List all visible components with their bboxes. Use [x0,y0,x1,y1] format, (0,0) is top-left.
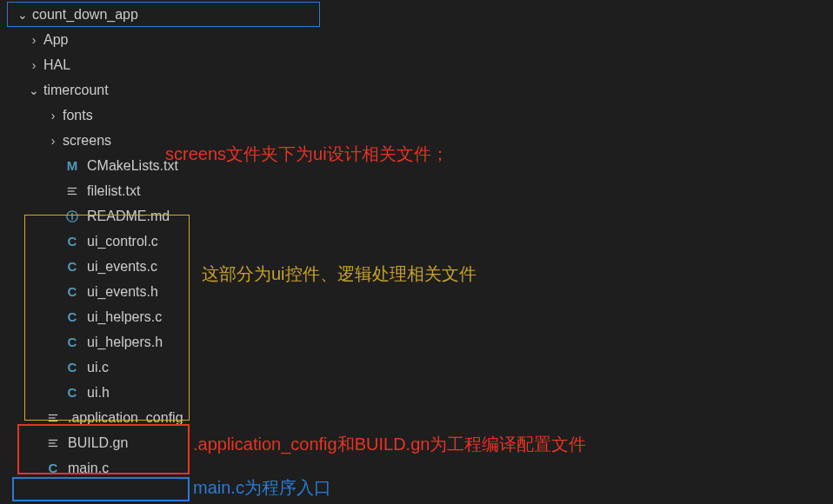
c-file-icon: C [63,309,82,324]
c-file-icon: C [63,385,82,400]
tree-folder-root[interactable]: ⌄ count_down_app [7,2,320,27]
chevron-right-icon: › [26,33,42,47]
tree-file[interactable]: README.md [0,203,833,229]
tree-folder[interactable]: ›App [0,27,833,52]
annotation-ui-controls: 这部分为ui控件、逻辑处理相关文件 [202,262,476,286]
cmake-file-icon: M [63,158,82,173]
tree-folder[interactable]: ›fonts [0,103,833,128]
annotation-screens: screens文件夹下为ui设计相关文件； [165,143,449,166]
tree-file[interactable]: Cmain.c [0,455,833,481]
tree-file[interactable]: filelist.txt [0,178,833,203]
tree-file[interactable]: Cui.h [0,380,833,405]
tree-file[interactable]: Cui_helpers.h [0,329,833,355]
chevron-right-icon: › [45,109,61,123]
tree-item-label: ui_control.c [87,234,158,249]
tree-item-label: filelist.txt [87,183,140,199]
annotation-config: .application_config和BUILD.gn为工程编译配置文件 [193,433,586,456]
tree-item-label: screens [63,133,111,149]
info-icon [63,209,82,223]
tree-item-label: .application_config [68,410,183,426]
tree-item-label: ui_events.c [87,259,157,275]
tree-item-label: ui.c [87,360,109,375]
chevron-right-icon: › [26,58,42,72]
tree-item-label: README.md [87,209,170,224]
c-file-icon: C [63,234,82,249]
chevron-right-icon: › [45,134,61,148]
chevron-down-icon: ⌄ [15,8,30,22]
file-tree: ⌄ count_down_app ›App›HAL⌄timercount›fon… [0,0,833,481]
tree-item-label: main.c [68,461,109,476]
tree-file[interactable]: .application_config [0,405,833,430]
chevron-down-icon: ⌄ [26,83,42,97]
tree-folder[interactable]: ⌄timercount [0,77,833,103]
tree-item-label: ui_helpers.c [87,309,162,325]
c-file-icon: C [63,284,82,299]
tree-item-label: ui_events.h [87,284,158,300]
svg-rect-5 [71,216,73,220]
tree-file[interactable]: Cui.c [0,355,833,380]
svg-point-4 [71,213,73,215]
tree-item-label: count_down_app [32,7,138,23]
tree-file[interactable]: Cui_control.c [0,229,833,254]
tree-item-label: HAL [43,57,70,73]
tree-folder[interactable]: ›HAL [0,52,833,77]
tree-item-label: fonts [63,108,93,123]
tree-item-label: ui.h [87,385,110,401]
tree-item-label: ui_helpers.h [87,335,163,350]
tree-item-label: timercount [43,83,109,98]
tree-item-label: BUILD.gn [68,435,128,451]
tree-file[interactable]: Cui_helpers.c [0,304,833,329]
text-file-icon [43,437,63,449]
c-file-icon: C [63,360,82,375]
annotation-main: main.c为程序入口 [193,476,331,500]
text-file-icon [63,185,82,197]
c-file-icon: C [63,259,82,274]
tree-item-label: App [43,32,68,48]
c-file-icon: C [63,335,82,349]
highlight-box-main [12,477,190,501]
c-file-icon: C [43,461,63,475]
text-file-icon [43,412,63,424]
